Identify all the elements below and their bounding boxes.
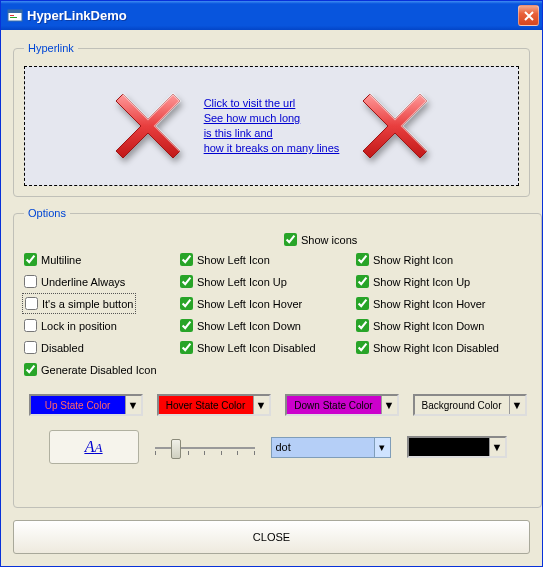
- color-picker-row: Up State Color ▼ Hover State Color ▼ Dow…: [24, 394, 531, 416]
- svg-rect-2: [10, 15, 14, 16]
- disabled-checkbox[interactable]: Disabled: [24, 339, 174, 356]
- options-col-3: Show Right Icon Show Right Icon Up Show …: [356, 251, 531, 378]
- close-button[interactable]: [518, 5, 539, 26]
- line-style-combo[interactable]: dot ▾: [271, 437, 391, 458]
- app-icon: [7, 8, 23, 24]
- show-left-icon-hover-checkbox[interactable]: Show Left Icon Hover: [180, 295, 350, 312]
- show-right-icon-checkbox[interactable]: Show Right Icon: [356, 251, 531, 268]
- hover-state-color-picker[interactable]: Hover State Color ▼: [157, 394, 271, 416]
- show-left-icon-checkbox[interactable]: Show Left Icon: [180, 251, 350, 268]
- chevron-down-icon[interactable]: ▼: [509, 396, 525, 414]
- options-col-1: Multiline Underline Always It's a simple…: [24, 251, 174, 378]
- chevron-down-icon[interactable]: ▼: [253, 396, 269, 414]
- bottom-controls-row: AA dot ▾ ▼: [24, 430, 531, 464]
- chevron-down-icon[interactable]: ▼: [489, 438, 505, 456]
- hyperlink-text[interactable]: Click to visit the url See how much long…: [204, 96, 340, 156]
- show-right-icon-disabled-checkbox[interactable]: Show Right Icon Disabled: [356, 339, 531, 356]
- underline-checkbox[interactable]: Underline Always: [24, 273, 174, 290]
- lock-position-checkbox[interactable]: Lock in position: [24, 317, 174, 334]
- chevron-down-icon[interactable]: ▼: [381, 396, 397, 414]
- close-main-button[interactable]: CLOSE: [13, 520, 530, 554]
- down-state-color-picker[interactable]: Down State Color ▼: [285, 394, 399, 416]
- slider-thumb[interactable]: [171, 439, 181, 459]
- hyperlink-legend: Hyperlink: [24, 42, 78, 54]
- font-button[interactable]: AA: [49, 430, 139, 464]
- svg-rect-3: [10, 17, 17, 18]
- show-icons-checkbox[interactable]: Show icons: [284, 231, 357, 248]
- background-color-picker[interactable]: Background Color ▼: [413, 394, 527, 416]
- show-left-icon-down-checkbox[interactable]: Show Left Icon Down: [180, 317, 350, 334]
- show-left-icon-disabled-checkbox[interactable]: Show Left Icon Disabled: [180, 339, 350, 356]
- multiline-checkbox[interactable]: Multiline: [24, 251, 174, 268]
- options-col-2: Show Left Icon Show Left Icon Up Show Le…: [180, 251, 350, 378]
- chevron-down-icon[interactable]: ▼: [125, 396, 141, 414]
- show-right-icon-hover-checkbox[interactable]: Show Right Icon Hover: [356, 295, 531, 312]
- up-state-color-picker[interactable]: Up State Color ▼: [29, 394, 143, 416]
- show-right-icon-down-checkbox[interactable]: Show Right Icon Down: [356, 317, 531, 334]
- hyperlink-group: Hyperlink Click to visit the url See how…: [13, 42, 530, 197]
- right-x-icon: [355, 86, 435, 166]
- show-icons-input[interactable]: [284, 233, 297, 246]
- black-color-picker[interactable]: ▼: [407, 436, 507, 458]
- window-title: HyperLinkDemo: [27, 8, 518, 23]
- chevron-down-icon[interactable]: ▾: [374, 438, 390, 457]
- options-group: Options Show icons Multiline Underline A…: [13, 207, 542, 508]
- titlebar[interactable]: HyperLinkDemo: [1, 1, 542, 30]
- options-legend: Options: [24, 207, 70, 219]
- show-left-icon-up-checkbox[interactable]: Show Left Icon Up: [180, 273, 350, 290]
- client-area: Hyperlink Click to visit the url See how…: [1, 30, 542, 566]
- slider[interactable]: [155, 439, 255, 455]
- window: HyperLinkDemo Hyperlink Click to visit t…: [0, 0, 543, 567]
- options-columns: Multiline Underline Always It's a simple…: [24, 251, 531, 378]
- hyperlink-preview[interactable]: Click to visit the url See how much long…: [24, 66, 519, 186]
- svg-rect-1: [8, 10, 22, 13]
- close-icon: [523, 10, 535, 22]
- simple-button-checkbox[interactable]: It's a simple button: [24, 295, 134, 312]
- left-x-icon: [108, 86, 188, 166]
- show-right-icon-up-checkbox[interactable]: Show Right Icon Up: [356, 273, 531, 290]
- gen-disabled-icon-checkbox[interactable]: Generate Disabled Icon: [24, 361, 174, 378]
